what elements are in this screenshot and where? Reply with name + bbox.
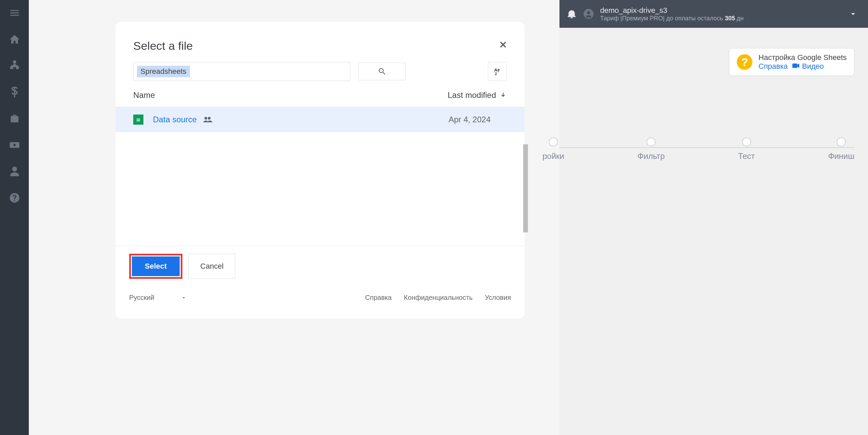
- step-4[interactable]: Финиш: [828, 137, 854, 161]
- briefcase-icon[interactable]: [8, 112, 21, 125]
- file-picker-modal: Select a file ✕ Spreadsheets Name Last m…: [116, 22, 525, 318]
- modal-title: Select a file: [133, 39, 193, 53]
- sort-button[interactable]: [488, 62, 507, 81]
- search-icon: [378, 67, 387, 76]
- svg-point-3: [204, 117, 207, 120]
- home-icon[interactable]: [8, 33, 21, 45]
- highlight-ring: Select: [129, 254, 182, 279]
- dollar-icon[interactable]: [8, 86, 21, 98]
- help-link[interactable]: Справка: [758, 62, 788, 71]
- chevron-down-icon[interactable]: [848, 9, 858, 19]
- chevron-down-icon: [181, 295, 187, 301]
- arrow-down-icon: [499, 91, 507, 99]
- user-icon[interactable]: [8, 165, 21, 178]
- sort-alpha-icon: [493, 67, 502, 76]
- left-nav-rail: [0, 0, 29, 435]
- video-link[interactable]: Видео: [792, 62, 824, 71]
- close-icon[interactable]: ✕: [499, 39, 507, 50]
- modal-bottom-row: Русский Справка Конфиденциальность Услов…: [116, 286, 525, 318]
- step-1[interactable]: ройки: [542, 137, 564, 161]
- right-panel: ? Настройка Google Sheets Справка Видео …: [559, 28, 868, 435]
- file-date: Apr 4, 2024: [449, 115, 507, 124]
- file-name: Data source: [153, 115, 197, 124]
- help-title: Настройка Google Sheets: [758, 53, 847, 62]
- filter-chip[interactable]: Spreadsheets: [137, 66, 190, 77]
- video-icon: [792, 63, 800, 69]
- filter-input[interactable]: Spreadsheets: [133, 62, 350, 81]
- username: demo_apix-drive_s3: [600, 6, 842, 15]
- file-list: Data source Apr 4, 2024: [116, 107, 525, 243]
- modal-footer: Select Cancel: [116, 246, 525, 286]
- svg-rect-1: [792, 64, 797, 68]
- bell-icon[interactable]: [566, 8, 577, 19]
- search-button[interactable]: [358, 63, 406, 80]
- plan-text: Тариф |Премиум PRO| до оплаты осталось 3…: [600, 15, 842, 22]
- shared-icon: [203, 116, 212, 123]
- topbar: demo_apix-drive_s3 Тариф |Премиум PRO| д…: [559, 0, 868, 28]
- footer-link-help[interactable]: Справка: [365, 294, 392, 302]
- column-name[interactable]: Name: [133, 90, 448, 100]
- cancel-button[interactable]: Cancel: [189, 254, 235, 279]
- youtube-icon[interactable]: [8, 139, 21, 151]
- stepper: ройки Фильтр Тест Финиш: [542, 142, 854, 156]
- step-2[interactable]: Фильтр: [637, 137, 665, 161]
- scrollbar-thumb[interactable]: [523, 144, 528, 232]
- footer-link-terms[interactable]: Условия: [485, 294, 511, 302]
- help-card: ? Настройка Google Sheets Справка Видео: [729, 48, 854, 76]
- help-icon[interactable]: [8, 192, 21, 204]
- menu-icon[interactable]: [8, 7, 21, 19]
- sheets-icon: [133, 115, 143, 125]
- user-block[interactable]: demo_apix-drive_s3 Тариф |Премиум PRO| д…: [600, 6, 842, 22]
- svg-point-4: [208, 117, 211, 120]
- step-3[interactable]: Тест: [738, 137, 755, 161]
- language-selector[interactable]: Русский: [129, 294, 187, 302]
- table-header: Name Last modified: [116, 81, 525, 107]
- select-button[interactable]: Select: [132, 256, 180, 276]
- sitemap-icon[interactable]: [8, 60, 21, 72]
- footer-link-privacy[interactable]: Конфиденциальность: [404, 294, 473, 302]
- file-row[interactable]: Data source Apr 4, 2024: [116, 107, 525, 132]
- help-badge-icon: ?: [737, 54, 752, 70]
- column-modified[interactable]: Last modified: [448, 90, 507, 100]
- avatar-icon[interactable]: [583, 8, 594, 19]
- modal-backdrop: Select a file ✕ Spreadsheets Name Last m…: [29, 0, 559, 435]
